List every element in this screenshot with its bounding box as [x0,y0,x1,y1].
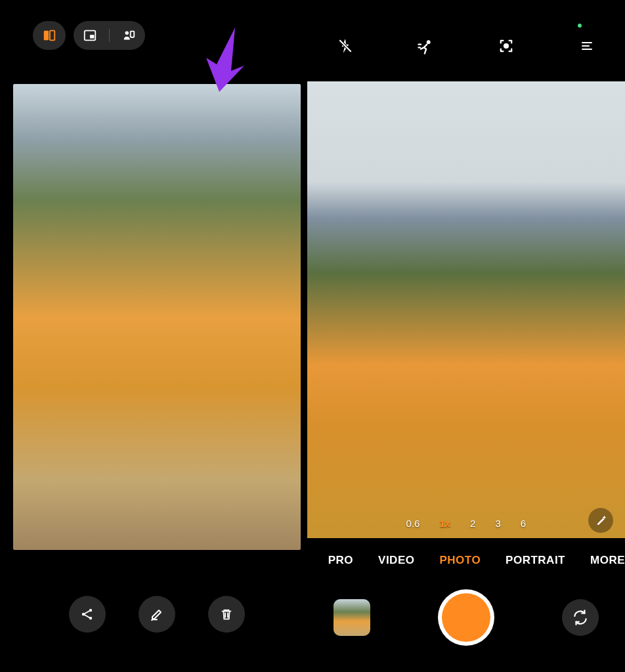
camera-modes[interactable]: PRO VIDEO PHOTO PORTRAIT MORE [307,538,625,583]
split-view-button[interactable] [33,21,66,50]
mode-video[interactable]: VIDEO [378,554,414,567]
motion-photo-button[interactable] [411,32,440,60]
gallery-actions [13,576,301,659]
divider [109,29,110,42]
zoom-level-3[interactable]: 3 [495,518,500,529]
zoom-level-2[interactable]: 2 [470,518,475,529]
filters-button[interactable] [588,508,613,533]
annotation-arrow [197,24,249,96]
photo-image [13,84,301,550]
zoom-selector: 0.6 1x 2 3 6 [307,518,625,529]
svg-rect-0 [44,31,49,41]
trash-icon [219,607,234,621]
shutter-inner [442,593,490,642]
menu-icon [579,38,595,54]
gallery-pane [0,0,307,672]
shutter-bar [307,583,625,659]
captured-photo-preview[interactable] [13,84,301,550]
svg-rect-3 [90,35,94,39]
lens-icon [497,37,515,55]
flash-button[interactable] [331,32,360,60]
gallery-thumbnail[interactable] [334,599,370,636]
app-root: 0.6 1x 2 3 6 PRO VIDEO PHOTO PORTRAIT MO… [0,0,625,672]
zoom-level-1[interactable]: 1x [439,518,450,529]
svg-point-12 [504,43,509,49]
mode-more[interactable]: MORE [590,554,625,567]
share-icon [79,606,95,622]
edit-icon [149,606,165,622]
view-toggle-group [74,21,145,50]
menu-button[interactable] [572,32,601,60]
camera-pane: 0.6 1x 2 3 6 PRO VIDEO PHOTO PORTRAIT MO… [307,0,625,672]
zoom-level-4[interactable]: 6 [521,518,526,529]
mode-pro[interactable]: PRO [328,554,353,567]
camera-viewfinder[interactable]: 0.6 1x 2 3 6 [307,81,625,538]
svg-rect-1 [50,31,54,41]
presenter-view-button[interactable] [121,28,136,43]
switch-camera-button[interactable] [562,599,599,636]
top-bar-left [13,13,301,58]
svg-point-4 [125,32,129,35]
svg-point-11 [427,40,431,44]
pip-view-button[interactable] [83,28,97,43]
zoom-level-0[interactable]: 0.6 [406,518,420,529]
delete-button[interactable] [208,596,245,633]
shutter-button[interactable] [438,589,494,646]
mode-portrait[interactable]: PORTRAIT [506,554,565,567]
switch-camera-icon [572,609,589,626]
share-button[interactable] [69,596,106,633]
top-bar-right [307,13,625,68]
svg-rect-5 [131,32,135,37]
viewfinder-image [307,81,625,538]
status-indicator-dot [578,24,582,28]
lens-button[interactable] [492,32,521,60]
magic-wand-icon [593,513,608,528]
mode-photo[interactable]: PHOTO [439,554,481,567]
flash-off-icon [337,37,354,54]
motion-icon [416,37,435,55]
edit-button[interactable] [139,596,175,633]
